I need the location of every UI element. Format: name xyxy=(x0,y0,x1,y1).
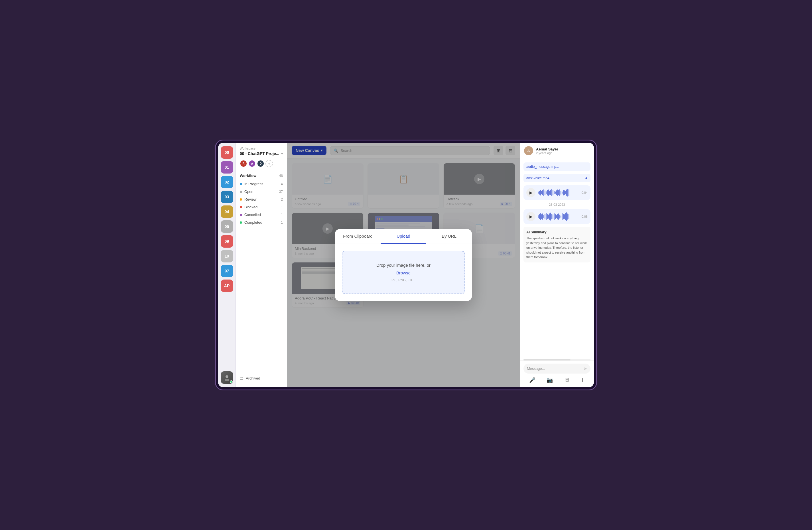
workspace-name[interactable]: 00 - ChatGPT Proje... ▾ xyxy=(236,151,287,160)
sidebar-icon-02[interactable]: 02 xyxy=(221,176,233,188)
scroll-thumb[interactable] xyxy=(523,359,570,360)
sidebar-icon-ap[interactable]: AP xyxy=(221,280,233,292)
audio-duration-1: 0:04 xyxy=(582,191,588,194)
tab-by-url-label: By URL xyxy=(441,234,456,238)
wave-bar xyxy=(555,214,556,219)
sidebar-icon-97[interactable]: 97 xyxy=(221,265,233,277)
sidebar-item-open[interactable]: Open 37 xyxy=(236,188,287,195)
sidebar-item-in-progress[interactable]: In Progress 4 xyxy=(236,180,287,188)
avatar-2[interactable]: A xyxy=(248,160,256,167)
wave-bar xyxy=(555,191,556,194)
drop-zone-formats: JPG, PNG, GIF ... xyxy=(390,278,417,282)
sidebar-icon-09[interactable]: 09 xyxy=(221,235,233,248)
chat-input-row: Message... ➤ xyxy=(523,364,591,373)
waveform-1 xyxy=(538,188,579,197)
status-label-review: Review xyxy=(244,197,257,202)
wave-bar xyxy=(549,214,550,220)
wave-bar xyxy=(538,191,539,194)
audio-controls-1: ▶ xyxy=(526,188,588,197)
modal-overlay[interactable]: From Clipboard Upload By URL Drop your i… xyxy=(287,143,520,387)
avatar-3[interactable]: D xyxy=(257,160,264,167)
sidebar-icon-00[interactable]: 00 xyxy=(221,146,233,159)
add-collaborator-button[interactable]: + xyxy=(265,160,273,167)
audio-play-button-2[interactable]: ▶ xyxy=(526,212,535,221)
wave-bar xyxy=(568,214,569,219)
sidebar-icon-03[interactable]: 03 xyxy=(221,191,233,203)
status-count-blocked: 1 xyxy=(281,205,283,209)
sidebar-item-review[interactable]: Review 2 xyxy=(236,195,287,203)
wave-bar xyxy=(543,189,544,196)
sidebar-item-blocked[interactable]: Blocked 1 xyxy=(236,203,287,211)
tab-from-clipboard[interactable]: From Clipboard xyxy=(335,229,381,244)
wave-bar xyxy=(546,213,547,220)
wave-bar xyxy=(558,214,559,220)
status-count-in-progress: 4 xyxy=(281,182,283,186)
sidebar-icon-05[interactable]: 05 xyxy=(221,220,233,233)
sidebar-icon-04[interactable]: 04 xyxy=(221,205,233,218)
file-bubble-2[interactable]: alex-voice.mp4 ⬇ xyxy=(523,174,591,182)
wave-bar xyxy=(566,212,567,221)
wave-bar xyxy=(545,190,546,195)
collaborator-avatars: R A D + xyxy=(236,160,287,171)
sidebar-icon-10[interactable]: 10 xyxy=(221,250,233,262)
chat-header-info: Aemal Sayer 2 years ago xyxy=(536,147,590,155)
wave-bar xyxy=(548,215,549,219)
wave-bar xyxy=(550,190,551,195)
svg-point-1 xyxy=(225,379,229,381)
wave-bar xyxy=(567,189,568,196)
sidebar-archived[interactable]: 🗃 Archived xyxy=(236,373,287,383)
wave-bar xyxy=(557,190,558,196)
status-dot-review xyxy=(240,198,242,201)
wave-bar xyxy=(554,191,554,194)
tab-by-url[interactable]: By URL xyxy=(426,229,472,244)
status-label-cancelled: Cancelled xyxy=(244,212,261,217)
wave-bar xyxy=(545,214,546,219)
status-dot-blocked xyxy=(240,206,242,208)
online-indicator xyxy=(230,380,233,383)
wave-bar xyxy=(563,214,564,219)
wave-bar xyxy=(538,215,539,218)
wave-bar xyxy=(565,213,566,220)
status-label-blocked: Blocked xyxy=(244,205,258,209)
screen-share-icon[interactable]: 🖥 xyxy=(564,377,569,383)
avatar-1[interactable]: R xyxy=(240,160,247,167)
wave-bar xyxy=(561,191,561,195)
right-panel: A Aemal Sayer 2 years ago audio_message.… xyxy=(520,143,594,387)
microphone-icon[interactable]: 🎤 xyxy=(529,377,535,383)
status-label-open: Open xyxy=(244,190,253,194)
sidebar-icon-01[interactable]: 01 xyxy=(221,161,233,174)
wave-bar xyxy=(551,214,552,219)
wave-bar xyxy=(542,190,543,195)
wave-bar xyxy=(547,190,548,195)
wave-bar xyxy=(564,214,565,219)
video-camera-icon[interactable]: 📷 xyxy=(547,377,553,383)
tab-from-clipboard-label: From Clipboard xyxy=(343,234,372,238)
chat-input-placeholder[interactable]: Message... xyxy=(527,366,581,371)
device-frame: 00 01 02 03 04 05 09 10 97 AP Works xyxy=(215,139,597,391)
download-icon[interactable]: ⬇ xyxy=(585,176,588,180)
browse-link[interactable]: Browse xyxy=(396,270,410,275)
send-button[interactable]: ➤ xyxy=(583,366,587,371)
wave-bar xyxy=(558,190,559,195)
chat-date: 23-03-2023 xyxy=(523,203,591,206)
workflow-count: 46 xyxy=(279,174,283,178)
sidebar-item-cancelled[interactable]: Cancelled 1 xyxy=(236,211,287,219)
chat-input-area: Message... ➤ 🎤 📷 🖥 ⬆ xyxy=(520,360,594,387)
upload-modal: From Clipboard Upload By URL Drop your i… xyxy=(335,229,472,301)
wave-bar xyxy=(540,213,541,220)
wave-bar xyxy=(560,215,560,219)
audio-duration-2: 0:08 xyxy=(582,215,588,218)
tab-upload[interactable]: Upload xyxy=(381,229,426,244)
main-content: New Canvas ▾ 🔍 Search ⊞ ⊟ 📄 xyxy=(287,143,520,387)
chat-messages: audio_message.mp... alex-voice.mp4 ⬇ ▶ xyxy=(520,159,594,359)
status-dot-cancelled xyxy=(240,214,242,216)
audio-play-button-1[interactable]: ▶ xyxy=(526,188,535,197)
wave-bar xyxy=(548,190,549,196)
status-count-review: 2 xyxy=(281,197,283,202)
sidebar-item-completed[interactable]: Completed 1 xyxy=(236,219,287,226)
drop-zone[interactable]: Drop your image file here, or Browse JPG… xyxy=(342,251,465,294)
upload-icon[interactable]: ⬆ xyxy=(580,377,585,383)
status-dot-completed xyxy=(240,221,242,224)
wave-bar xyxy=(551,189,552,196)
file-bubble-1[interactable]: audio_message.mp... xyxy=(523,162,591,171)
